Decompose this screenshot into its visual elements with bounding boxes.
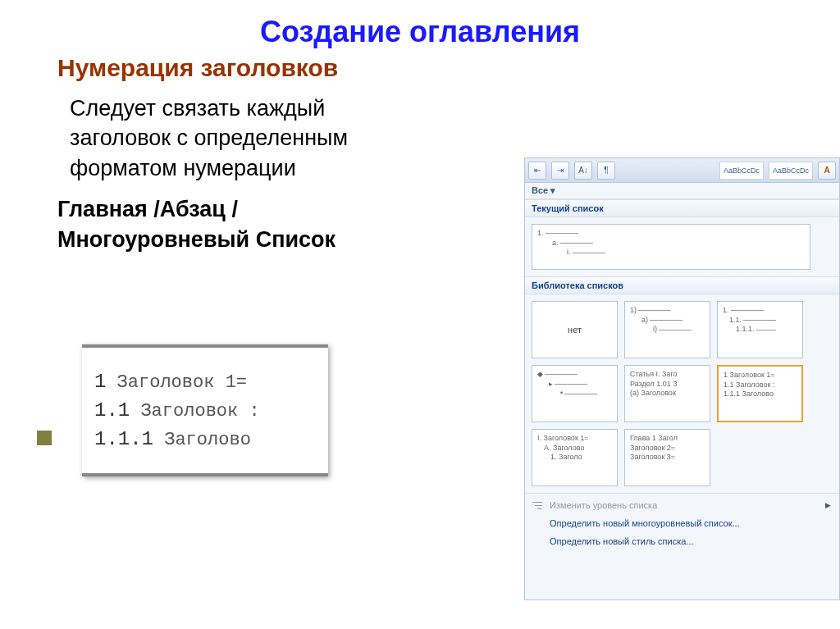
define-style-label: Определить новый стиль списка...	[550, 536, 694, 546]
example-text-2: Заголовок :	[140, 401, 259, 422]
library-tile[interactable]: Глава 1 Загол Заголовок 2= Заголовок 3=	[624, 429, 710, 486]
library-tile[interactable]: I. Заголовок 1= A. Заголово 1. Заголо	[532, 429, 618, 486]
svg-rect-2	[537, 508, 542, 509]
example-text-1: Заголовок 1=	[117, 372, 247, 393]
change-list-level-menu[interactable]: Изменить уровень списка ▶	[525, 496, 839, 514]
tile-line: 1.	[537, 229, 544, 237]
current-list-header: Текущий список	[525, 199, 839, 217]
tile-line: ▸	[549, 380, 553, 388]
example-num-3: 1.1.1	[94, 428, 153, 450]
define-list-style-menu[interactable]: Определить новый стиль списка...	[525, 532, 839, 550]
example-text-3: Заголово	[164, 430, 251, 450]
define-multilevel-label: Определить новый многоуровневый список..…	[550, 518, 740, 528]
library-tile-selected[interactable]: 1 Заголовок 1= 1.1 Заголовок : 1.1.1 Заг…	[717, 365, 803, 422]
decrease-indent-icon[interactable]: ⇤	[528, 162, 546, 180]
tile-line: i)	[653, 325, 657, 333]
example-line-1: 1 Заголовок 1=	[94, 371, 316, 393]
numbering-example: 1 Заголовок 1= 1.1 Заголовок : 1.1.1 Заг…	[82, 344, 328, 476]
svg-rect-1	[535, 505, 542, 506]
style-preview-1[interactable]: AaBbCcDc	[719, 162, 764, 180]
all-dropdown[interactable]: Все ▾	[525, 183, 839, 199]
define-multilevel-menu[interactable]: Определить новый многоуровневый список..…	[525, 514, 839, 532]
library-tile[interactable]: 1) a) i)	[624, 301, 710, 358]
decorative-square	[37, 431, 52, 445]
tile-line: Глава 1 Загол	[630, 434, 705, 444]
tile-line: Заголовок 2=	[630, 444, 705, 454]
show-formatting-icon[interactable]: ¶	[597, 162, 615, 180]
tile-line: a.	[552, 239, 559, 247]
tile-line: ◆	[537, 370, 543, 378]
paragraph-toolbar: ⇤ ⇥ A↓ ¶ AaBbCcDc AaBbCcDc A	[525, 158, 839, 183]
increase-indent-icon[interactable]: ⇥	[551, 162, 569, 180]
library-grid: нет 1) a) i) 1. 1.1. 1.1.1. ◆ ▸ • Статья…	[525, 294, 839, 493]
library-tile[interactable]: ◆ ▸ •	[532, 365, 618, 422]
example-line-3: 1.1.1 Заголово	[94, 428, 316, 450]
style-more-icon[interactable]: A	[818, 162, 836, 180]
library-tile[interactable]: 1. 1.1. 1.1.1.	[717, 301, 803, 358]
body-paragraph: Следует связать каждый заголовок с опред…	[70, 93, 414, 183]
tile-line: 1.	[723, 306, 729, 314]
library-tile[interactable]: Статья I. Заго Раздел 1.01 З (a) Заголов…	[624, 365, 710, 422]
list-library-header: Библиотека списков	[525, 276, 839, 294]
tile-line: A. Заголово	[537, 444, 612, 454]
library-tile-none[interactable]: нет	[532, 301, 618, 358]
tile-line: I. Заголовок 1=	[537, 434, 612, 444]
tile-line: 1.1 Заголовок :	[724, 381, 797, 390]
tile-line: Раздел 1.01 З	[630, 380, 705, 390]
tile-line: 1.1.	[729, 316, 742, 324]
change-level-label: Изменить уровень списка	[550, 500, 657, 510]
tile-line: a)	[641, 316, 648, 324]
tile-line: i.	[567, 248, 571, 256]
example-line-2: 1.1 Заголовок :	[94, 399, 316, 422]
tile-line: 1 Заголовок 1=	[724, 371, 797, 381]
tile-line: 1.1.1.	[736, 325, 755, 333]
style-preview-2[interactable]: AaBbCcDc	[769, 162, 813, 180]
list-level-icon	[532, 500, 543, 512]
tile-line: •	[560, 389, 563, 397]
dropdown-menu: Изменить уровень списка ▶ Определить нов…	[525, 493, 839, 553]
tile-line: 1)	[630, 306, 637, 314]
section-heading: Нумерация заголовков	[57, 54, 840, 82]
current-list-tile[interactable]: 1. a. i.	[532, 224, 810, 270]
slide-title: Создание оглавления	[0, 0, 840, 49]
multilevel-list-dropdown: ⇤ ⇥ A↓ ¶ AaBbCcDc AaBbCcDc A Все ▾ Текущ…	[524, 157, 840, 600]
tile-line: Заголовок 3=	[630, 453, 705, 463]
svg-rect-0	[532, 502, 542, 503]
current-list-row: 1. a. i.	[525, 217, 839, 276]
example-num-1: 1	[94, 371, 106, 393]
tile-line: 1. Заголо	[537, 453, 612, 463]
tile-line: 1.1.1 Заголово	[724, 390, 797, 399]
tile-line: (a) Заголовок	[630, 389, 705, 399]
sort-icon[interactable]: A↓	[574, 162, 592, 180]
chevron-right-icon: ▶	[825, 501, 831, 509]
tile-line: Статья I. Заго	[630, 370, 705, 380]
menu-path: Главная /Абзац / Многоуровневый Список	[57, 194, 427, 254]
example-num-2: 1.1	[94, 399, 130, 422]
